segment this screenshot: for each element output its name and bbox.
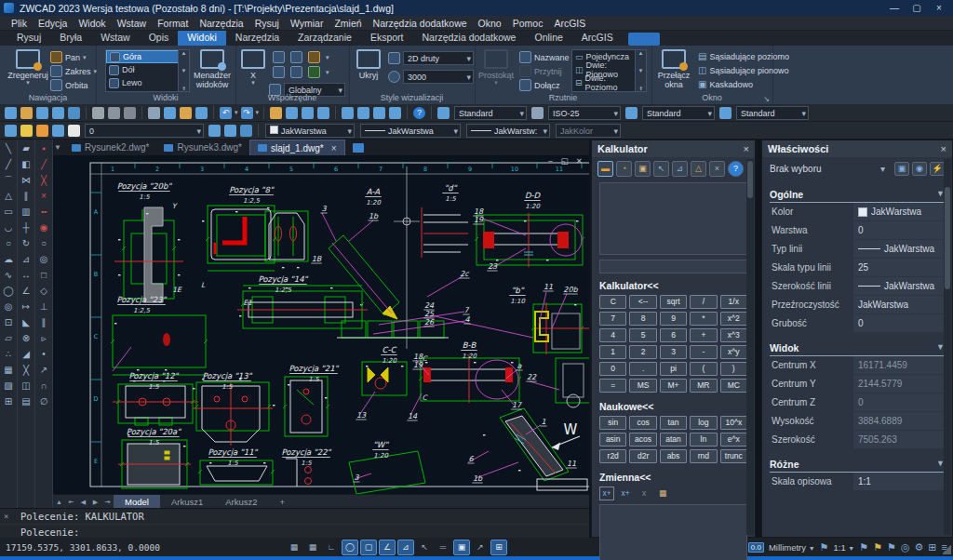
layer-previous-icon[interactable] [224, 125, 236, 137]
selection-icon[interactable]: ↗ [472, 540, 489, 555]
view-list-scrollbar[interactable]: ▲▼⇟ [178, 49, 190, 92]
window-s-siaduj-ce-pionowo[interactable]: ◫Sąsiadujące pionowo [698, 65, 789, 75]
plot-style-dropdown[interactable]: JakKolor [556, 124, 621, 138]
command-line[interactable]: ×Polecenie: KALKULATOR Polecenie: [0, 508, 589, 539]
calc-key-tan[interactable]: tan [660, 416, 687, 430]
rotate-icon[interactable]: ↻ [19, 236, 34, 251]
calc-key-1[interactable]: 1 [599, 345, 626, 359]
properties-close-icon[interactable]: × [941, 143, 946, 154]
annotation-scale-dropdown[interactable]: 1:1 ▼ [833, 542, 854, 553]
open-icon[interactable] [20, 107, 33, 119]
ribbon-tab-wstaw[interactable]: Wstaw [91, 31, 140, 46]
print-icon[interactable] [92, 107, 104, 119]
donut-icon[interactable]: ◎ [1, 300, 16, 314]
ellipse-icon[interactable]: ◯ [1, 284, 16, 299]
workspace-icon[interactable]: ⊞ [490, 540, 507, 555]
property-value[interactable]: 0 [853, 314, 945, 332]
mirror-icon[interactable]: ⋈ [19, 173, 34, 188]
snap-tangent-icon[interactable]: ◎ [36, 252, 51, 267]
menu-item-narz-dzia-dodatkowe[interactable]: Narzędzia dodatkowe [368, 18, 473, 29]
menu-item-format[interactable]: Format [152, 18, 194, 29]
calc-key-sqrt[interactable]: sqrt [660, 295, 687, 309]
ribbon-collapse-icon[interactable] [628, 33, 660, 46]
paste-icon[interactable] [180, 107, 192, 119]
layer-color-icon[interactable] [68, 125, 80, 137]
property-value[interactable]: 0 [853, 221, 945, 239]
calc-key-5[interactable]: 5 [629, 328, 656, 342]
property-value[interactable]: 1:1 [853, 473, 945, 490]
arc-icon[interactable]: ⌒ [1, 173, 16, 188]
menu-item-arcgis[interactable]: ArcGIS [548, 18, 591, 29]
pan-icon[interactable] [270, 107, 282, 119]
ucs-view-icon[interactable] [290, 66, 302, 78]
calc-key-[interactable]: ) [720, 362, 747, 376]
ann-visibility-icon[interactable]: ⚑ [873, 541, 882, 553]
menu-item-pomoc[interactable]: Pomoc [507, 18, 549, 29]
viewport-nazwane-button[interactable]: Nazwane [519, 51, 570, 63]
layout-nav-icon[interactable]: ⇥ [101, 495, 114, 509]
offset-icon[interactable]: ∥ [19, 189, 34, 204]
snap-insert-icon[interactable]: ◇ [36, 284, 51, 299]
ucs-button[interactable]: X▾ [241, 49, 265, 86]
maximize-button[interactable]: ▢ [906, 1, 927, 15]
ribbon-tab-zarz-dzanie[interactable]: Zarządzanie [289, 31, 361, 46]
calc-key-[interactable]: * [690, 312, 717, 326]
viewport-list-scrollbar[interactable]: ▲▼⇟ [635, 49, 647, 92]
calculator-close-icon[interactable]: × [744, 143, 749, 154]
block-insert-icon[interactable]: ⊡ [1, 315, 16, 330]
point-icon[interactable]: ∴ [1, 347, 16, 362]
publish-icon[interactable] [124, 107, 136, 119]
units-dropdown[interactable]: Millimetry ▼ [769, 542, 815, 553]
save-icon[interactable] [36, 107, 48, 119]
panel-launcher-icon[interactable]: ↘ [763, 95, 770, 103]
new-document-button[interactable] [345, 140, 371, 155]
calc-key-x-3[interactable]: x^3 [720, 328, 747, 342]
hide-button[interactable]: Ukryj [354, 49, 383, 80]
calculator-input[interactable] [599, 260, 747, 273]
ucs-world-icon[interactable] [273, 51, 285, 63]
layer-freeze-icon[interactable] [36, 125, 48, 137]
switch-windows-button[interactable]: Przełącz okna [656, 49, 691, 89]
viewport-do-cz-button[interactable]: Dołącz [519, 79, 560, 91]
ribbon-tab-online[interactable]: Online [525, 31, 571, 46]
calc-key-d2r[interactable]: d2r [629, 449, 656, 463]
calc-key-3[interactable]: 3 [660, 345, 687, 359]
history-icon[interactable]: ◔ [616, 161, 632, 177]
nav-item-pan[interactable]: Pan▾ [50, 51, 87, 63]
ortho-icon[interactable]: ∟ [323, 540, 340, 555]
grid-icon[interactable]: ▦ [286, 540, 302, 555]
calc-key-8[interactable]: 8 [629, 312, 656, 326]
help-icon[interactable]: ? [728, 161, 744, 177]
snap-perpendicular-icon[interactable]: ⊥ [36, 300, 51, 314]
chamfer-icon[interactable]: ◢ [19, 347, 34, 362]
region-icon[interactable]: ▱ [1, 331, 16, 346]
undo-icon[interactable]: ↶ [220, 107, 232, 119]
linetype-dropdown[interactable]: JakWarstwa [360, 124, 461, 138]
ribbon-tab-bry-a[interactable]: Bryła [50, 31, 91, 46]
stretch-icon[interactable]: ↔ [19, 268, 34, 283]
osnap-icon[interactable]: ▢ [360, 540, 377, 555]
snap-midpoint-icon[interactable]: ╱ [36, 157, 51, 172]
snap-apparent-icon[interactable]: × [36, 189, 51, 204]
gear-icon[interactable]: ⚙ [914, 541, 923, 553]
ribbon-tab-arcgis[interactable]: ArcGIS [572, 31, 623, 46]
property-value[interactable]: 3884.6889 [853, 412, 945, 430]
lineweight-dropdown[interactable]: JakWarstw: [466, 124, 550, 138]
copy-icon[interactable] [164, 107, 176, 119]
menu-item-wymiar[interactable]: Wymiar [285, 18, 329, 29]
calculator-section-science[interactable]: Naukowe<< [599, 401, 747, 412]
ribbon-tab-narz-dzia-dodatkowe[interactable]: Narzędzia dodatkowe [412, 31, 525, 46]
calc-key-[interactable]: . [629, 362, 656, 376]
properties-scrollbar[interactable] [944, 159, 951, 535]
view-item-d[interactable]: Dół [106, 63, 179, 76]
property-value[interactable]: 16171.4459 [853, 356, 945, 374]
calc-key-2[interactable]: 2 [629, 345, 656, 359]
ribbon-tab-widoki[interactable]: Widoki [178, 31, 226, 46]
explode-icon[interactable]: ╳ [19, 363, 34, 378]
layout-nav-icon[interactable]: ⇤ [65, 495, 77, 509]
window-s-siaduj-ce-poziomo[interactable]: ▤Sąsiadujące poziomo [698, 51, 789, 61]
calc-key-abs[interactable]: abs [660, 449, 687, 463]
layout-nav-icon[interactable]: ▲ [53, 495, 65, 509]
rectangle-icon[interactable]: ▭ [1, 205, 16, 220]
view-manager-button[interactable]: Menadżer widoków [193, 49, 232, 89]
